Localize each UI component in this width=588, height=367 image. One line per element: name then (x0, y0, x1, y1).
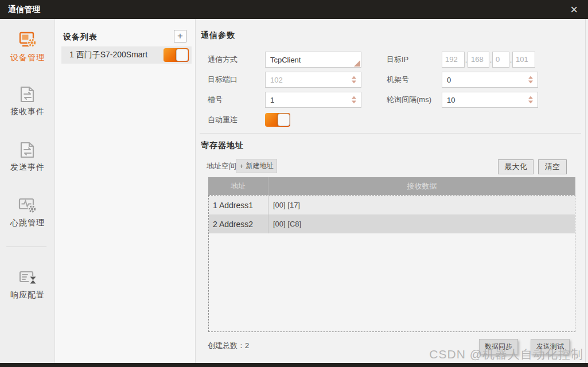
device-name: 1 西门子S7-200Smart (69, 50, 147, 60)
target-port-label: 目标端口 (208, 72, 237, 88)
close-icon[interactable]: × (568, 4, 580, 15)
sidebar: 设备管理 接收事件 发送事件 (0, 19, 55, 363)
sidebar-item-label: 心跳管理 (0, 218, 55, 228)
sidebar-item-send-events[interactable]: 发送事件 (0, 140, 55, 173)
ip-octet-4: 101 (512, 52, 535, 68)
clear-button[interactable]: 清空 (538, 159, 567, 174)
slot-no-spinner[interactable]: 1 (265, 92, 361, 108)
target-ip-label: 目标IP (387, 52, 408, 68)
address-cell: 1 Address1 (209, 196, 268, 214)
new-address-button[interactable]: + 新建地址 (236, 159, 277, 173)
file-transfer-icon (17, 140, 38, 161)
data-cell: [00] [17] (268, 196, 300, 214)
monitor-gear-icon (17, 30, 38, 51)
table-header-received-data: 接收数据 (268, 177, 575, 195)
device-list-item[interactable]: 1 西门子S7-200Smart (61, 46, 192, 64)
sidebar-divider (6, 247, 46, 247)
toggle-knob (176, 49, 188, 61)
window-title: 通信管理 (8, 5, 40, 15)
rack-no-spinner[interactable]: 0 (442, 72, 538, 88)
new-address-button-label: 新建地址 (246, 161, 274, 171)
window-right-edge (585, 19, 586, 363)
comm-mode-value: TcpClient (270, 56, 301, 64)
maximize-button[interactable]: 最大化 (498, 159, 534, 174)
sidebar-item-label: 发送事件 (0, 162, 55, 173)
auto-reconnect-toggle[interactable] (265, 113, 290, 127)
slot-no-value: 1 (270, 96, 274, 104)
send-test-button-label: 发送测试 (536, 342, 564, 352)
register-address-heading: 寄存器地址 (201, 140, 244, 151)
target-port-spinner: 102 (265, 72, 361, 88)
ip-octet-3: 0 (492, 52, 509, 68)
device-enable-toggle[interactable] (163, 48, 189, 62)
dropdown-corner-icon (354, 60, 360, 67)
spinner-arrows-icon[interactable] (352, 96, 356, 104)
table-header: 地址 接收数据 (208, 177, 575, 195)
poll-interval-value: 10 (447, 96, 455, 104)
clear-button-label: 清空 (545, 162, 560, 172)
address-cell: 2 Address2 (209, 214, 268, 233)
data-sync-button-label: 数据同步 (485, 342, 512, 352)
address-space-label: 地址空间 (207, 159, 236, 173)
sidebar-item-label: 响应配置 (0, 290, 55, 300)
device-list-panel: 设备列表 + 1 西门子S7-200Smart (55, 19, 196, 363)
pulse-gear-icon (17, 196, 38, 216)
slot-no-label: 槽号 (208, 92, 223, 108)
sidebar-item-heartbeat-management[interactable]: 心跳管理 (0, 196, 55, 228)
total-created-count: 2 (245, 341, 249, 350)
total-created-status: 创建总数：2 (208, 338, 249, 353)
spinner-arrows-icon (352, 76, 356, 84)
device-list-title: 设备列表 (63, 32, 98, 42)
sidebar-item-response-config[interactable]: 响应配置 (0, 268, 55, 300)
document-hourglass-icon (17, 268, 38, 288)
ip-octet-1: 192 (442, 52, 465, 68)
target-port-value: 102 (270, 76, 283, 84)
table-header-address: 地址 (208, 177, 268, 195)
spinner-arrows-icon[interactable] (528, 76, 533, 84)
plus-icon: + (239, 162, 243, 170)
target-ip-input-group: 192 . 168 . 0 . 101 (442, 52, 538, 68)
table-row[interactable]: 1 Address1 [00] [17] (209, 196, 575, 214)
auto-reconnect-label: 自动重连 (208, 113, 237, 127)
toggle-knob (278, 114, 290, 126)
sidebar-item-device-management[interactable]: 设备管理 (0, 30, 55, 63)
comm-params-heading: 通信参数 (201, 30, 235, 41)
file-transfer-icon (17, 84, 38, 105)
comm-mode-select[interactable]: TcpClient (265, 52, 361, 68)
main-content: 通信参数 通信方式 TcpClient 目标IP 192 . 168 . 0 .… (196, 19, 588, 363)
send-test-button[interactable]: 发送测试 (531, 339, 570, 354)
sidebar-item-label: 接收事件 (0, 107, 55, 117)
rack-no-value: 0 (447, 76, 451, 84)
sidebar-item-label: 设备管理 (0, 53, 55, 63)
table-row[interactable]: 2 Address2 [00] [C8] (209, 214, 575, 233)
data-cell: [00] [C8] (268, 214, 301, 233)
communication-management-window: 通信管理 × 设备管理 接收事件 (0, 0, 588, 367)
comm-mode-label: 通信方式 (208, 52, 237, 68)
sidebar-item-receive-events[interactable]: 接收事件 (0, 84, 55, 117)
spinner-arrows-icon[interactable] (528, 96, 533, 104)
poll-interval-label: 轮询间隔(ms) (387, 92, 431, 108)
data-sync-button[interactable]: 数据同步 (479, 339, 518, 354)
total-created-label: 创建总数： (208, 341, 245, 350)
ip-octet-2: 168 (468, 52, 489, 68)
address-table-body: 1 Address1 [00] [17] 2 Address2 [00] [C8… (208, 195, 575, 332)
rack-no-label: 机架号 (387, 72, 409, 88)
plus-icon: + (177, 30, 183, 41)
add-device-button[interactable]: + (174, 30, 186, 42)
section-divider (200, 133, 581, 134)
window-bottom-edge (0, 363, 588, 367)
titlebar: 通信管理 × (0, 0, 588, 19)
poll-interval-spinner[interactable]: 10 (442, 92, 538, 108)
maximize-button-label: 最大化 (505, 162, 527, 172)
